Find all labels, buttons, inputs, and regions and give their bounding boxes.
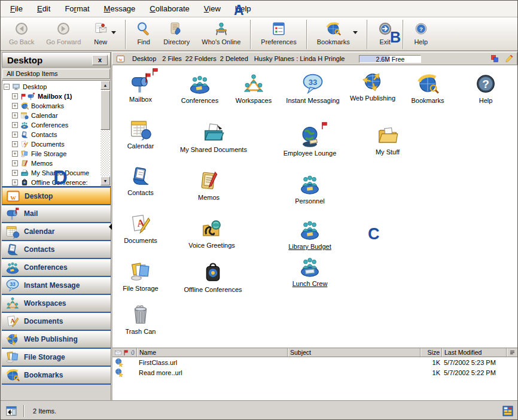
desktop-item-icon-wrap (112, 302, 182, 326)
calendar-icon (129, 118, 152, 141)
file-row-firstclass-url[interactable]: FirstClass.url1K5/7/2002 5:23 PM (112, 357, 517, 367)
header-icon-columns[interactable] (112, 348, 137, 357)
url-icon (115, 358, 124, 367)
expand-box-icon[interactable]: + (12, 170, 18, 176)
expand-box-icon[interactable]: + (12, 112, 18, 118)
desktop-item-employee-lounge[interactable]: Employee Lounge (268, 124, 352, 157)
sidebar-item-workspaces[interactable]: Workspaces (2, 295, 111, 313)
svg-text:33: 33 (309, 78, 318, 87)
expand-box-icon[interactable]: + (12, 179, 18, 185)
desktop-item-library-budget[interactable]: Library Budget (268, 217, 352, 250)
collapse-box-icon[interactable]: − (4, 84, 10, 90)
desktop-item-help[interactable]: ?Help (444, 71, 517, 104)
expand-box-icon[interactable]: + (12, 151, 18, 157)
tree-item-mailbox-1[interactable]: +Mailbox (1) (2, 92, 100, 101)
help-toolbar-icon: ? (413, 21, 429, 36)
tree-item-calendar[interactable]: +Calendar (2, 111, 100, 120)
paperclip-column-icon[interactable] (130, 349, 136, 356)
list-menu-button[interactable] (507, 348, 517, 357)
status-separator (23, 405, 25, 417)
scroll-up-icon[interactable]: ▲ (100, 81, 110, 90)
desktop-item-memos[interactable]: Memos (167, 168, 251, 201)
tree-rows: −Desktop+Mailbox (1)+Bookmarks+Calendar+… (2, 82, 100, 186)
expand-box-icon[interactable]: + (12, 122, 18, 128)
status-bar: 2 Items. (1, 400, 518, 420)
sidebar-item-calendar[interactable]: Calendar (2, 223, 111, 241)
tree-item-my-shared-docume[interactable]: +My Shared Docume (2, 168, 100, 178)
expand-box-icon[interactable]: + (12, 93, 18, 99)
menu-file[interactable]: File (3, 2, 30, 16)
tree-item-file-storage[interactable]: +File Storage (2, 149, 100, 159)
voice-greetings-icon (200, 217, 223, 240)
sidebar-item-web-publishing[interactable]: Web Publishing (2, 331, 111, 349)
sidebar-item-instant-message[interactable]: 33Instant Message (2, 277, 111, 295)
layers-icon[interactable] (490, 54, 499, 63)
desktop-item-lunch-crew[interactable]: Lunch Crew (268, 254, 352, 287)
desktop-item-voice-greetings[interactable]: Voice Greetings (170, 216, 254, 249)
annotation-b: B (390, 30, 401, 45)
directory-button[interactable]: Directory (157, 19, 196, 50)
sidebar-item-mail[interactable]: Mail (2, 205, 111, 223)
edit-pencil-icon[interactable] (505, 54, 513, 63)
flag-column-icon[interactable] (123, 349, 129, 356)
who-s-online-button[interactable]: Who's Online (196, 19, 246, 50)
dropdown-arrow-icon[interactable] (353, 31, 358, 34)
help-button[interactable]: ?Help (407, 19, 435, 50)
menu-collaborate[interactable]: Collaborate (142, 2, 197, 16)
sidebar-item-label: File Storage (24, 353, 65, 361)
close-panel-button[interactable]: x (92, 55, 108, 65)
info-folders: 22 Folders (185, 55, 217, 62)
find-button[interactable]: Find (130, 19, 157, 50)
expand-box-icon[interactable]: + (12, 141, 18, 147)
preferences-button[interactable]: Preferences (255, 19, 302, 50)
toolbar-separator (367, 20, 368, 49)
menu-edit[interactable]: Edit (30, 2, 57, 16)
menu-format[interactable]: Format (57, 2, 96, 16)
tree-item-conferences[interactable]: +Conferences (2, 120, 100, 130)
sidebar-nav: wDesktopMailCalendarContactsConferences3… (2, 186, 111, 385)
sidebar-item-bookmarks[interactable]: Bookmarks (2, 367, 111, 385)
column-header-name[interactable]: Name (137, 348, 288, 357)
bookmarks-button[interactable]: Bookmarks (311, 19, 356, 50)
desktop-item-my-stuff[interactable]: My Stuff (346, 123, 429, 156)
tree-scrollbar[interactable]: ▲ ▼ (100, 81, 110, 185)
desktop-item-my-shared-documents[interactable]: My Shared Documents (172, 120, 255, 153)
desktop-item-icon-wrap (268, 172, 352, 196)
file-row-read-more-url[interactable]: Read more..url1K5/7/2002 5:22 PM (112, 367, 517, 378)
directory-icon (169, 21, 184, 36)
desktop-item-offline-conferences[interactable]: Offline Conferences (171, 260, 255, 293)
tree-item-contacts[interactable]: +Contacts (2, 130, 100, 139)
panel-toggle-icon[interactable] (5, 405, 17, 417)
tree-item-desktop[interactable]: −Desktop (2, 82, 100, 92)
column-header-size[interactable]: Size (421, 348, 442, 357)
sidebar-item-documents[interactable]: ADocuments (2, 313, 111, 331)
web-publishing-icon (361, 70, 384, 93)
tree-item-bookmarks[interactable]: +Bookmarks (2, 101, 100, 111)
sidebar-item-file-storage[interactable]: File Storage (2, 349, 111, 367)
expand-box-icon[interactable]: + (12, 103, 18, 109)
dropdown-arrow-icon[interactable] (111, 31, 116, 34)
tree-item-offline-conference[interactable]: +Offline Conference: (2, 178, 100, 186)
sidebar-item-desktop[interactable]: wDesktop (2, 187, 111, 205)
expand-box-icon[interactable]: + (12, 132, 18, 138)
scroll-down-icon[interactable]: ▼ (100, 176, 110, 185)
tree-item-memos[interactable]: +Memos (2, 159, 100, 168)
expand-box-icon[interactable]: + (12, 160, 18, 166)
column-header-modified[interactable]: Last Modified (442, 348, 507, 357)
desktop-item-icon-wrap (167, 168, 251, 192)
menu-message[interactable]: Message (97, 2, 143, 16)
envelope-column-icon[interactable] (114, 349, 122, 356)
desktop-item-trash-can[interactable]: Trash Can (112, 302, 182, 335)
desktop-item-personnel[interactable]: Personnel (268, 172, 352, 205)
info-bar: w Desktop 2 Files 22 Folders 2 Deleted H… (112, 52, 517, 65)
menu-view[interactable]: View (197, 2, 228, 16)
new-button[interactable]: New (87, 19, 114, 50)
all-desktop-items-selector[interactable]: All Desktop Items (2, 69, 110, 79)
sidebar-item-conferences[interactable]: Conferences (2, 259, 111, 277)
view-grid-icon[interactable] (502, 405, 514, 417)
offline-conferences-icon (202, 261, 224, 284)
column-header-subject[interactable]: Subject (288, 348, 421, 357)
sidebar-item-contacts[interactable]: Contacts (2, 241, 111, 259)
tree-item-documents[interactable]: +ADocuments (2, 139, 100, 149)
scrollbar-thumb[interactable] (100, 90, 110, 130)
